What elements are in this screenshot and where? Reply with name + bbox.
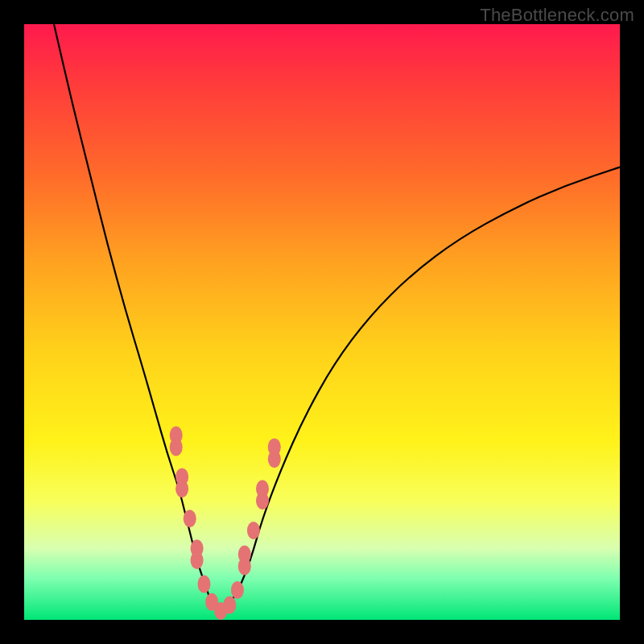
- bead-marker: [247, 522, 260, 539]
- bead-markers-group: [170, 427, 281, 620]
- bead-marker: [197, 576, 210, 593]
- bottleneck-curve-line: [54, 24, 620, 613]
- chart-plot-area: [24, 24, 620, 620]
- bead-marker: [184, 510, 196, 527]
- bead-marker: [268, 438, 281, 456]
- bead-marker: [238, 546, 251, 564]
- chart-svg: [24, 24, 620, 620]
- bead-marker: [170, 438, 183, 456]
- bead-marker: [223, 597, 236, 614]
- watermark-text: TheBottleneck.com: [480, 5, 634, 26]
- bead-marker: [231, 581, 244, 599]
- bead-marker: [256, 480, 269, 497]
- bead-marker: [191, 551, 204, 569]
- bead-marker: [175, 480, 188, 497]
